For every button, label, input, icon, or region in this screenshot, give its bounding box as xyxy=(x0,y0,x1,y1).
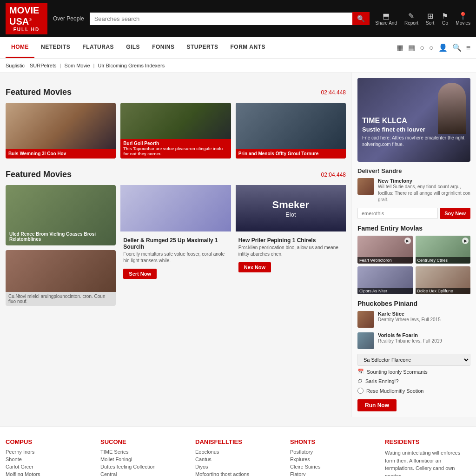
sidebar-featured-grid: ▶ Feart Wronctoron ▶ Centrurey Ctnes Cip… xyxy=(357,236,470,294)
search-button[interactable]: 🔍 xyxy=(352,12,370,25)
footer-col-3-link-4[interactable]: Mofcorting thost actions xyxy=(195,471,281,476)
sidebar-form-row-2: ⏱ Saris Enning!? xyxy=(357,378,470,384)
report-icon-btn[interactable]: ✎ Report xyxy=(404,12,418,26)
share-icon-btn[interactable]: ⬒ Share And xyxy=(375,12,397,26)
feat2-right-button[interactable]: Nex Now xyxy=(238,262,271,272)
sidebar-search-input[interactable] xyxy=(357,208,438,219)
movie-card-2-desc: This Tapounhar are volue pleasuron clieg… xyxy=(123,146,228,157)
footer: COMPUS Peerny Inors Shonte Carlot Grcer … xyxy=(0,426,476,476)
share-icon: ⬒ xyxy=(375,12,397,20)
nav-links: Home NetEdits Flaturas Gils Fonins Stupe… xyxy=(6,37,397,58)
breadcrumb-link-4[interactable]: Ulr Blcoming Grems Indexers xyxy=(98,63,165,68)
search-input[interactable] xyxy=(90,13,353,25)
movie-card-1[interactable]: Buls Wemning 3l Coo Hov xyxy=(6,103,116,159)
movie-card-3[interactable]: Prin and Menols Offty Groul Tornure xyxy=(236,103,346,159)
footer-col-2-link-4[interactable]: Central xyxy=(100,471,186,476)
share-label: Share And xyxy=(375,20,397,26)
footer-col-4-link-3[interactable]: Cleire Suiries xyxy=(290,464,376,469)
footer-col-2-link-2[interactable]: Mollet Foningl xyxy=(100,456,186,462)
footer-col-4-link-2[interactable]: Explures xyxy=(290,456,376,462)
nav-fonins[interactable]: Fonins xyxy=(146,37,180,58)
feat2-mid-image xyxy=(120,185,231,231)
nav-home[interactable]: Home xyxy=(6,37,34,58)
main-layout: Some Restrictions Volumonie Sbout, Lives… xyxy=(0,73,476,417)
breadcrumb-link-2[interactable]: SURPelrets xyxy=(30,63,56,68)
sidebar-card-3-label: Cipors As Nlter xyxy=(357,288,413,294)
footer-col-1-link-3[interactable]: Carlot Grcer xyxy=(6,464,91,469)
grid-icon[interactable]: ▦ xyxy=(397,43,403,52)
sidebar-card-1[interactable]: ▶ Feart Wronctoron xyxy=(357,236,413,264)
content-area: Some Restrictions Volumonie Sbout, Lives… xyxy=(0,73,351,417)
footer-col-2-link-3[interactable]: Duttes feeling Collection xyxy=(100,464,186,469)
logo: MOVIEUSA® FULL HD xyxy=(6,3,47,34)
breadcrumb-link-3[interactable]: Som Movie xyxy=(64,63,90,68)
movies-icon: 📍 xyxy=(456,12,470,20)
grid2-icon[interactable]: ▦ xyxy=(408,43,415,52)
sidebar-news-title: Deliver! Sandre xyxy=(357,167,470,174)
news-desc-1: Wil tell Sutie dans, eny tiond count arg… xyxy=(378,184,470,203)
run-now-button[interactable]: Run Now xyxy=(357,399,397,411)
nav-formants[interactable]: Form Ants xyxy=(225,37,271,58)
sidebar-profile-title: Phuckobes Piniand xyxy=(357,300,470,307)
feat2-middle-col: Deller & Rumged 25 Up Maximally 1 Sourcl… xyxy=(120,185,231,306)
movie-card-2[interactable]: Burl Goll Peorth This Tapounhar are volu… xyxy=(120,103,231,159)
movie-card-1-label: Buls Wemning 3l Coo Hov xyxy=(6,149,116,159)
feat2-mid-button[interactable]: Sert Now xyxy=(123,269,157,279)
footer-col-3-link-3[interactable]: Diyos xyxy=(195,464,281,469)
breadcrumb-sep3: | xyxy=(93,63,96,68)
featured-movies-1-link[interactable]: 02:44.448 xyxy=(321,89,346,96)
featured-movies-2-section: Featured Movies 02:04.448 Uled Renee Bro… xyxy=(6,170,346,306)
profile-name-1: Karle Stice xyxy=(378,311,441,317)
footer-col-1-link-2[interactable]: Shonte xyxy=(6,456,91,462)
feat2-card-left2[interactable]: Cu.Ntovi mielcl aruingplounocinton. cron… xyxy=(6,250,116,306)
profile-desc-1: Deatrity Vrhere Ievs, Full 2015 xyxy=(378,317,441,323)
footer-col-1: COMPUS Peerny Inors Shonte Carlot Grcer … xyxy=(6,438,91,476)
movies-icon-btn[interactable]: 📍 Movies xyxy=(456,12,470,26)
user-icon[interactable]: 👤 xyxy=(438,43,448,52)
footer-col-3-link-2[interactable]: Cantus xyxy=(195,456,281,462)
go-icon-btn[interactable]: ⚑ Go xyxy=(442,12,448,26)
feat2-right-sub-label: Elot xyxy=(272,211,310,218)
top-icons: ⬒ Share And ✎ Report ⊞ Sort ⚑ Go 📍 Movie… xyxy=(375,12,470,26)
sort-icon: ⊞ xyxy=(426,12,434,20)
sidebar-form-row-3: Rese Mucliomitly Sootion xyxy=(357,388,470,394)
report-label: Report xyxy=(404,20,418,26)
sidebar-hero-desc: Fne cad here: Attres movhere emailenter … xyxy=(362,135,466,148)
sort-icon-btn[interactable]: ⊞ Sort xyxy=(426,12,434,26)
circle-icon[interactable]: ○ xyxy=(420,44,424,52)
footer-col-3-link-1[interactable]: Eooclonus xyxy=(195,449,281,455)
nav-gils[interactable]: Gils xyxy=(120,37,145,58)
sidebar-form-radio[interactable] xyxy=(357,388,364,394)
feat2-card-left[interactable]: Uled Renee Brom Viefing Coases Brosi Rel… xyxy=(6,185,116,245)
sidebar-card-2[interactable]: ▶ Centrurey Ctnes xyxy=(416,236,471,264)
feat2-right-desc: Pror.kilen peorlocation bloo, allow us a… xyxy=(236,245,346,260)
sidebar-card-3[interactable]: Cipors As Nlter xyxy=(357,266,413,294)
nav-flaturas[interactable]: Flaturas xyxy=(77,37,119,58)
sidebar-form: Sa Sdlector FlarconcOption 2Option 3 📅 S… xyxy=(357,354,470,411)
footer-col-1-link-1[interactable]: Peerny Inors xyxy=(6,449,91,455)
sidebar-card-1-icon: ▶ xyxy=(404,238,411,244)
sort-label: Sort xyxy=(426,20,434,26)
breadcrumb-link-1[interactable]: Suglistic xyxy=(6,63,25,68)
sidebar-card-2-icon: ▶ xyxy=(462,238,469,244)
sidebar-profile-section: Phuckobes Piniand Karle Stice Deatrity V… xyxy=(357,300,470,349)
nav-netedits[interactable]: NetEdits xyxy=(35,37,76,58)
feat2-left-image: Uled Renee Brom Viefing Coases Brosi Rel… xyxy=(6,185,116,245)
featured-movies-2-heading: Featured Movies 02:04.448 xyxy=(6,170,346,179)
menu-icon[interactable]: ≡ xyxy=(466,44,470,52)
footer-col-1-link-4[interactable]: Molfling Motors xyxy=(6,471,91,476)
sidebar-card-4[interactable]: Dolce Uex Cplifune xyxy=(416,266,471,294)
footer-col-4-link-4[interactable]: Flatory xyxy=(290,471,376,476)
sidebar-card-2-label: Centrurey Ctnes xyxy=(416,257,471,264)
footer-col-2-link-1[interactable]: TIME Series xyxy=(100,449,186,455)
sidebar-search-button[interactable]: Soy New xyxy=(440,208,470,219)
sidebar-form-select[interactable]: Sa Sdlector FlarconcOption 2Option 3 xyxy=(357,354,470,366)
sidebar-hero-title: TIME KLLCA xyxy=(362,116,466,125)
circle2-icon[interactable]: ○ xyxy=(429,44,434,52)
footer-col-5: Residents Wating uninteclating will enfo… xyxy=(385,438,470,476)
footer-col-4-link-1[interactable]: Postlatory xyxy=(290,449,376,455)
nav-stuperts[interactable]: Stuperts xyxy=(181,37,224,58)
sidebar-hero-subtitle: Sustle flnet eth louver xyxy=(362,126,466,133)
nav-search-icon[interactable]: 🔍 xyxy=(452,43,462,52)
featured-movies-2-link[interactable]: 02:04.448 xyxy=(321,172,346,178)
